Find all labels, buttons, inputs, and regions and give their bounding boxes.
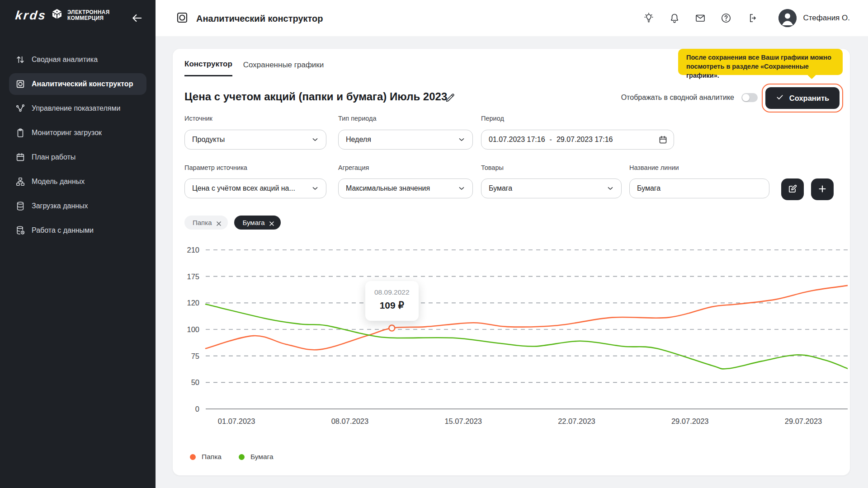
period-range-input[interactable]: 01.07.2023 17:16 - 29.07.2023 17:16	[481, 130, 674, 150]
callout-line1: После сохранения все Ваши графики можно	[686, 53, 835, 62]
sidebar-item-label: Аналитический конструктор	[32, 80, 133, 88]
legend-dot-orange	[190, 454, 196, 460]
products-select[interactable]: Бумага	[481, 178, 622, 198]
page-title: Аналитический конструктор	[196, 14, 323, 24]
add-line-button[interactable]	[811, 178, 834, 200]
summary-toggle-label: Отображать в сводной аналитике	[621, 94, 734, 102]
logo-caption: ЭЛЕКТРОННАЯ КОММЕРЦИЯ	[67, 9, 110, 21]
save-button[interactable]: Сохранить	[765, 87, 840, 109]
sidebar-item-label: План работы	[32, 153, 75, 161]
chevron-down-icon	[606, 184, 615, 193]
source-param-label: Параметр источника	[184, 164, 247, 171]
legend-dot-green	[239, 454, 245, 460]
logout-icon[interactable]	[746, 13, 757, 23]
legend-item-bumaga[interactable]: Бумага	[239, 453, 274, 461]
chevron-down-icon	[311, 184, 320, 193]
sidebar-item-summary-analytics[interactable]: Сводная аналитика	[9, 49, 146, 70]
source-select[interactable]: Продукты	[184, 130, 326, 150]
sidebar-item-data-work[interactable]: Работа с данными	[9, 220, 146, 241]
svg-text:22.07.2023: 22.07.2023	[558, 417, 595, 425]
avatar	[778, 9, 797, 27]
tag-bumaga[interactable]: Бумага	[234, 216, 281, 230]
tag-label: Бумага	[242, 219, 264, 226]
arrows-up-down-icon	[15, 55, 25, 65]
products-value: Бумага	[489, 184, 606, 192]
source-param-select[interactable]: Цена с учётом всех акций на...	[184, 178, 326, 198]
sidebar-item-label: Загрузка данных	[32, 202, 88, 210]
aggregation-select[interactable]: Максимальные значения	[338, 178, 473, 198]
svg-text:29.07.2023: 29.07.2023	[785, 417, 822, 425]
tab-saved-charts[interactable]: Сохраненные графики	[243, 60, 324, 76]
cube-dice-icon	[51, 8, 63, 23]
tab-constructor[interactable]: Конструктор	[184, 60, 232, 76]
mail-icon[interactable]	[695, 13, 706, 23]
line-name-input[interactable]	[637, 184, 763, 192]
source-label: Источник	[184, 115, 212, 122]
svg-text:08.07.2023: 08.07.2023	[331, 417, 369, 425]
period-from-value: 01.07.2023 17:16	[489, 136, 545, 144]
user-name: Стефания О.	[803, 14, 850, 23]
nodes-graph-icon	[15, 103, 25, 113]
legend-label: Папка	[202, 453, 222, 461]
sidebar-item-analytic-constructor[interactable]: Аналитический конструктор	[9, 73, 146, 95]
calendar-icon[interactable]	[658, 135, 667, 144]
calendar-icon	[15, 152, 25, 162]
chart-canvas: 2101751201007550001.07.202308.07.202315.…	[183, 246, 848, 432]
edit-title-pencil-icon[interactable]	[444, 92, 456, 104]
source-value: Продукты	[192, 136, 311, 144]
remove-tag-icon[interactable]	[216, 220, 222, 225]
period-to-value: 29.07.2023 17:16	[557, 136, 613, 144]
sidebar-item-load-monitoring[interactable]: Мониторинг загрузок	[9, 122, 146, 144]
svg-text:29.07.2023: 29.07.2023	[671, 417, 709, 425]
svg-text:0: 0	[195, 405, 199, 413]
database-icon	[15, 201, 25, 211]
toggle-knob	[742, 94, 750, 101]
user-menu[interactable]: Стефания О.	[778, 9, 850, 27]
summary-analytics-toggle[interactable]	[741, 93, 758, 102]
plus-icon	[817, 183, 828, 196]
database-gear-icon	[15, 225, 25, 235]
tag-papka[interactable]: Папка	[184, 216, 228, 230]
logo: krds ЭЛЕКТРОННАЯ КОММЕРЦИЯ	[15, 8, 113, 23]
arrow-left-icon	[131, 19, 143, 25]
source-param-value: Цена с учётом всех акций на...	[192, 184, 311, 192]
legend-item-papka[interactable]: Папка	[190, 453, 222, 461]
idea-bulb-icon[interactable]	[643, 13, 654, 23]
sidebar-item-data-loading[interactable]: Загрузка данных	[9, 195, 146, 217]
sidebar-item-label: Модель данных	[32, 178, 85, 186]
svg-text:01.07.2023: 01.07.2023	[218, 417, 255, 425]
line-name-field[interactable]	[629, 178, 769, 198]
period-type-label: Тип периода	[338, 115, 377, 122]
chevron-down-icon	[457, 135, 466, 144]
chevron-down-icon	[311, 135, 320, 144]
remove-tag-icon[interactable]	[269, 220, 274, 225]
sidebar: krds ЭЛЕКТРОННАЯ КОММЕРЦИЯ Сводная анали…	[0, 0, 156, 488]
aggregation-label: Агрегация	[338, 164, 369, 171]
help-icon[interactable]	[721, 13, 731, 23]
edit-line-button[interactable]	[781, 178, 804, 200]
clipboard-icon	[15, 128, 25, 138]
period-type-value: Неделя	[346, 136, 457, 144]
summary-toggle-row: Отображать в сводной аналитике	[502, 93, 758, 102]
sidebar-item-data-model[interactable]: Модель данных	[9, 171, 146, 192]
line-tags: Папка Бумага	[184, 216, 281, 230]
bell-icon[interactable]	[669, 13, 680, 23]
svg-text:175: 175	[187, 272, 199, 281]
line-chart: 2101751201007550001.07.202308.07.202315.…	[183, 246, 848, 432]
tabs: Конструктор Сохраненные графики	[184, 60, 324, 76]
period-label: Период	[481, 115, 504, 122]
period-separator: -	[550, 136, 552, 144]
sidebar-collapse-button[interactable]	[130, 12, 144, 25]
period-type-select[interactable]: Неделя	[338, 130, 473, 150]
check-icon	[776, 93, 784, 103]
org-chart-icon	[15, 177, 25, 187]
sidebar-item-metrics-management[interactable]: Управление показателями	[9, 98, 146, 119]
aggregation-value: Максимальные значения	[346, 184, 457, 192]
sidebar-item-work-plan[interactable]: План работы	[9, 146, 146, 168]
chart-title: Цена с учетом акций (папки и бумага) Июл…	[184, 90, 447, 103]
save-button-label: Сохранить	[789, 94, 829, 103]
legend-label: Бумага	[250, 453, 274, 461]
chart-point-marker[interactable]	[389, 325, 395, 331]
edit-pencil-square-icon	[788, 184, 797, 195]
svg-text:100: 100	[187, 325, 199, 333]
